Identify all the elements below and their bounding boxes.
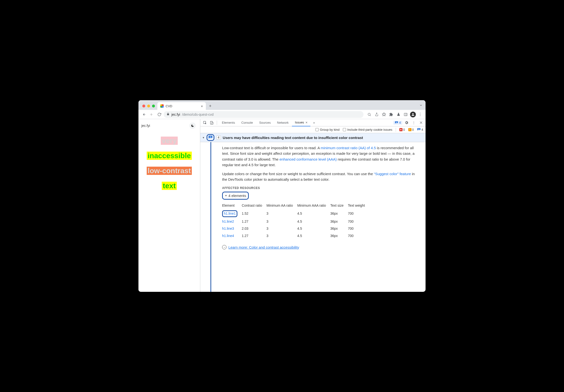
url-path: /demo/cds-quest-cvd bbox=[182, 112, 214, 116]
error-count: ✕0 bbox=[399, 128, 405, 131]
group-by-kind-label: Group by kind bbox=[320, 128, 340, 131]
issue-content: Low-contrast text is difficult or imposs… bbox=[222, 142, 426, 292]
side-panel-icon[interactable] bbox=[402, 111, 409, 118]
close-devtools-icon[interactable] bbox=[418, 120, 424, 126]
table-row: h1.line4 1.27 3 4.5 36px 700 bbox=[222, 232, 369, 240]
table-row: h1.line3 2.03 3 4.5 36px 700 bbox=[222, 225, 369, 232]
devtools-panel: Elements Console Sources Network Issues … bbox=[200, 119, 426, 292]
group-by-kind-checkbox[interactable]: Group by kind bbox=[316, 128, 340, 131]
table-row: h1.line1 1.52 3 4.5 36px 700 bbox=[222, 209, 369, 218]
tab-issues-label: Issues bbox=[295, 121, 304, 124]
affected-elements-table: Element Contrast ratio Minimum AA ratio … bbox=[222, 202, 369, 239]
element-link[interactable]: h1.line3 bbox=[222, 226, 234, 230]
device-toolbar-icon[interactable] bbox=[208, 120, 215, 126]
svg-marker-5 bbox=[382, 112, 385, 116]
warning-icon: ! bbox=[408, 128, 412, 131]
table-row: h1.line2 1.27 3 4.5 36px 700 bbox=[222, 218, 369, 225]
tab-sources[interactable]: Sources bbox=[256, 119, 274, 126]
col-weight: Text weight bbox=[348, 202, 369, 209]
more-tabs-icon[interactable]: » bbox=[311, 120, 317, 126]
demo-heading-2: inaccessible bbox=[147, 152, 192, 160]
info-count: 4 bbox=[417, 128, 423, 131]
issue-count-badge: 4 bbox=[216, 136, 221, 140]
affected-resources-label: Affected Resources bbox=[222, 186, 419, 190]
elements-summary-text: 4 elements bbox=[228, 193, 246, 198]
suggest-color-link[interactable]: “Suggest color” feature bbox=[374, 172, 411, 176]
element-link[interactable]: h1.line1 bbox=[224, 211, 236, 215]
tab-elements[interactable]: Elements bbox=[219, 119, 238, 126]
disclosure-triangle-icon: ▼ bbox=[225, 194, 227, 198]
page-viewport: jec.fyi very inaccessible low-contrast t… bbox=[138, 119, 200, 292]
tab-list-chevron-icon[interactable] bbox=[419, 104, 423, 108]
inspect-element-icon[interactable] bbox=[202, 120, 208, 126]
back-button[interactable] bbox=[140, 111, 147, 118]
labs-icon[interactable] bbox=[395, 111, 402, 118]
reload-button[interactable] bbox=[156, 111, 163, 118]
tab-strip: CVD × + bbox=[138, 100, 426, 110]
browser-toolbar: jec.fyi/demo/cds-quest-cvd ⋮ bbox=[138, 110, 426, 119]
content-area: jec.fyi very inaccessible low-contrast t… bbox=[138, 119, 426, 292]
tab-issues[interactable]: Issues × bbox=[292, 119, 310, 126]
window-controls bbox=[141, 105, 156, 110]
page-site-label: jec.fyi bbox=[141, 124, 150, 127]
close-tab-button[interactable]: × bbox=[201, 104, 203, 108]
demo-heading-3: low-contrast bbox=[147, 167, 192, 175]
element-link[interactable]: h1.line4 bbox=[222, 234, 234, 238]
url-host: jec.fyi bbox=[171, 112, 180, 116]
col-aa: Minimum AA ratio bbox=[266, 202, 297, 209]
demo-heading-4: text bbox=[162, 182, 177, 190]
svg-point-2 bbox=[368, 113, 370, 115]
profile-avatar[interactable] bbox=[410, 111, 416, 118]
demo-heading-1: very bbox=[161, 137, 178, 145]
browser-tab[interactable]: CVD × bbox=[157, 102, 206, 110]
zoom-icon[interactable] bbox=[366, 111, 373, 118]
issue-kind-badge bbox=[206, 134, 214, 141]
learn-more-link[interactable]: Learn more: Color and contrast accessibi… bbox=[228, 245, 299, 250]
issue-body: Low-contrast text is difficult or imposs… bbox=[200, 142, 426, 292]
browser-window: CVD × + jec.fyi/demo/cds-quest-cvd bbox=[138, 100, 426, 292]
issue-tree-gutter bbox=[210, 142, 222, 292]
svg-rect-6 bbox=[404, 113, 407, 116]
svg-line-3 bbox=[370, 115, 371, 116]
third-party-checkbox[interactable]: Include third-party cookie issues bbox=[343, 128, 392, 131]
tab-console[interactable]: Console bbox=[238, 119, 256, 126]
chat-icon bbox=[208, 135, 213, 140]
disclosure-triangle-icon[interactable]: ▼ bbox=[202, 136, 205, 139]
elements-summary-toggle[interactable]: ▼ 4 elements bbox=[222, 192, 249, 200]
issues-filter-bar: Group by kind Include third-party cookie… bbox=[200, 126, 426, 133]
browser-menu-icon[interactable]: ⋮ bbox=[417, 111, 424, 118]
bookmark-star-icon[interactable] bbox=[380, 111, 387, 118]
issues-count-chip[interactable]: 4 bbox=[393, 121, 402, 125]
close-tab-icon[interactable]: × bbox=[305, 121, 307, 125]
maximize-window-button[interactable] bbox=[152, 105, 155, 108]
contrast-aaa-link[interactable]: enhanced conformance level (AAA) bbox=[280, 157, 337, 161]
dark-mode-toggle[interactable] bbox=[189, 123, 196, 129]
toolbar-actions: ⋮ bbox=[366, 111, 424, 118]
issue-title: Users may have difficulties reading text… bbox=[223, 136, 363, 140]
new-tab-button[interactable]: + bbox=[207, 103, 214, 109]
error-icon: ✕ bbox=[399, 128, 402, 131]
element-link[interactable]: h1.line2 bbox=[222, 220, 234, 224]
settings-gear-icon[interactable] bbox=[403, 120, 410, 126]
minimize-window-button[interactable] bbox=[147, 105, 150, 108]
address-bar[interactable]: jec.fyi/demo/cds-quest-cvd bbox=[164, 111, 363, 118]
tab-network[interactable]: Network bbox=[274, 119, 292, 126]
chip-count: 4 bbox=[399, 121, 401, 125]
lock-icon bbox=[166, 112, 169, 116]
devtools-menu-icon[interactable]: ⋮ bbox=[411, 120, 417, 126]
arrow-circle-icon: → bbox=[222, 245, 226, 249]
warning-count: !0 bbox=[408, 128, 414, 131]
forward-button[interactable] bbox=[148, 111, 155, 118]
col-aaa: Minimum AAA ratio bbox=[297, 202, 330, 209]
close-window-button[interactable] bbox=[142, 105, 145, 108]
issue-header-row[interactable]: ▼ 4 Users may have difficulties reading … bbox=[200, 133, 426, 142]
col-size: Text size bbox=[330, 202, 348, 209]
extensions-icon[interactable] bbox=[388, 111, 395, 118]
share-icon[interactable] bbox=[373, 111, 380, 118]
learn-more-row: → Learn more: Color and contrast accessi… bbox=[222, 245, 419, 250]
col-element: Element bbox=[222, 202, 242, 209]
svg-rect-10 bbox=[212, 122, 213, 124]
table-header-row: Element Contrast ratio Minimum AA ratio … bbox=[222, 202, 369, 209]
devtools-tabbar: Elements Console Sources Network Issues … bbox=[200, 119, 426, 126]
contrast-aa-link[interactable]: minimum contrast ratio (AA) of 4.5 bbox=[321, 146, 376, 150]
